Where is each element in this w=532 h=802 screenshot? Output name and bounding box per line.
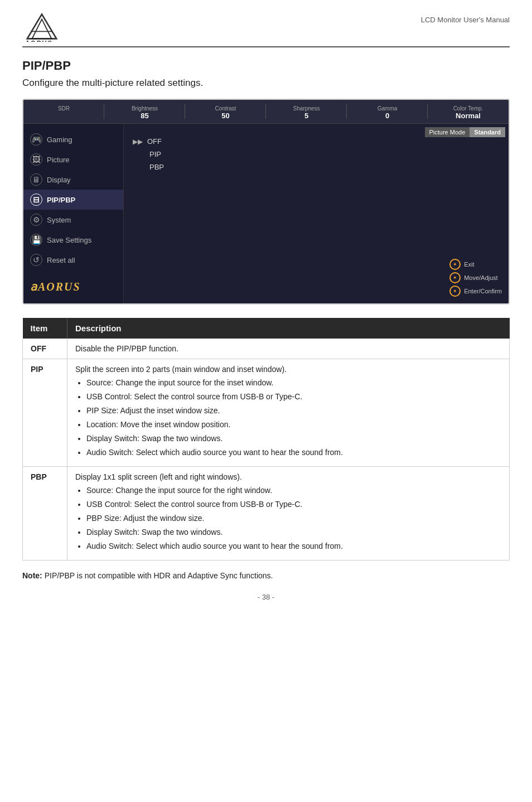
pbp-bullet-5: Audio Switch: Select which audio source …	[86, 540, 501, 552]
pip-bullet-4: Location: Move the inset window position…	[86, 419, 501, 431]
svg-text:AORUS: AORUS	[24, 40, 52, 42]
pip-bullet-5: Display Switch: Swap the two windows.	[86, 433, 501, 445]
aorus-logo-icon: AORUS	[22, 11, 61, 42]
sidebar-item-system[interactable]: ⚙ System	[23, 210, 123, 230]
monitor-content: 🎮 Gaming 🖼 Picture 🖥 Display ⊟ PIP/PBP ⚙…	[23, 124, 509, 303]
page-title: PIP/PBP	[22, 59, 510, 73]
nav-tab-brightness[interactable]: Brightness 85	[104, 100, 185, 123]
menu-option-pbp[interactable]: PBP	[133, 161, 500, 173]
save-icon: 💾	[30, 234, 42, 246]
table-cell-pip-desc: Split the screen into 2 parts (main wind…	[67, 359, 510, 467]
nav-tab-contrast[interactable]: Contrast 50	[185, 100, 266, 123]
description-table: Item Description OFF Disable the PIP/PBP…	[22, 318, 510, 561]
exit-control: ✦ Exit	[449, 259, 502, 270]
display-icon: 🖥	[30, 173, 42, 186]
controls-area: ✦ Exit ✦ Move/Adjust ✦ Enter/Confirm	[449, 259, 502, 297]
table-header-item: Item	[23, 318, 67, 339]
table-cell-pip-item: PIP	[23, 359, 67, 467]
note-text: Note: PIP/PBP is not compatible with HDR…	[22, 569, 510, 582]
pip-bullet-1: Source: Change the input source for the …	[86, 377, 501, 389]
selected-arrow-icon: ▶▶	[133, 138, 143, 146]
menu-option-pip[interactable]: PIP	[133, 148, 500, 161]
pbp-bullet-3: PBP Size: Adjust the window size.	[86, 513, 501, 524]
table-row-pbp: PBP Display 1x1 split screen (left and r…	[23, 467, 510, 561]
page-number: - 38 -	[22, 593, 510, 601]
aorus-brand-logo: 𝖺AORUS	[23, 276, 123, 298]
exit-control-icon: ✦	[449, 259, 461, 270]
pbp-bullet-4: Display Switch: Swap the two windows.	[86, 526, 501, 538]
sidebar: 🎮 Gaming 🖼 Picture 🖥 Display ⊟ PIP/PBP ⚙…	[23, 124, 124, 303]
system-icon: ⚙	[30, 214, 42, 226]
move-adjust-control: ✦ Move/Adjust	[449, 272, 502, 283]
nav-tab-sdr[interactable]: SDR	[23, 100, 104, 123]
table-row-pip: PIP Split the screen into 2 parts (main …	[23, 359, 510, 467]
pip-bullet-6: Audio Switch: Select which audio source …	[86, 447, 501, 458]
page-subtitle: Configure the multi-picture related sett…	[22, 78, 510, 89]
sidebar-item-picture[interactable]: 🖼 Picture	[23, 149, 123, 170]
picture-icon: 🖼	[30, 153, 42, 166]
table-cell-off-desc: Disable the PIP/PBP function.	[67, 339, 510, 359]
sidebar-item-save-settings[interactable]: 💾 Save Settings	[23, 230, 123, 250]
table-header-description: Description	[67, 318, 510, 339]
sidebar-item-pip-pbp[interactable]: ⊟ PIP/PBP	[23, 190, 123, 210]
pip-bullets: Source: Change the input source for the …	[75, 377, 501, 458]
pip-pbp-menu-options: ▶▶ OFF PIP PBP	[133, 135, 500, 173]
table-row-off: OFF Disable the PIP/PBP function.	[23, 339, 510, 359]
table-cell-pbp-desc: Display 1x1 split screen (left and right…	[67, 467, 510, 561]
pip-bullet-3: PIP Size: Adjust the inset window size.	[86, 405, 501, 417]
pbp-bullet-1: Source: Change the input source for the …	[86, 485, 501, 496]
table-cell-pbp-item: PBP	[23, 467, 67, 561]
gaming-icon: 🎮	[30, 133, 42, 146]
move-adjust-control-icon: ✦	[449, 272, 461, 283]
logo-area: AORUS	[22, 11, 61, 42]
main-panel: Picture Mode Standard ▶▶ OFF PIP PBP	[124, 124, 509, 303]
table-cell-off-item: OFF	[23, 339, 67, 359]
pbp-bullets: Source: Change the input source for the …	[75, 485, 501, 552]
reset-icon: ↺	[30, 254, 42, 266]
monitor-ui: SDR Brightness 85 Contrast 50 Sharpness …	[22, 99, 510, 305]
nav-tab-sharpness[interactable]: Sharpness 5	[266, 100, 347, 123]
picture-mode-badge: Picture Mode Standard	[425, 127, 506, 137]
svg-marker-0	[27, 15, 57, 39]
pip-bullet-2: USB Control: Select the control source f…	[86, 391, 501, 403]
top-nav-bar: SDR Brightness 85 Contrast 50 Sharpness …	[23, 100, 509, 124]
header: AORUS LCD Monitor User's Manual	[22, 11, 510, 47]
nav-tab-colortemp[interactable]: Color Temp. Normal	[428, 100, 509, 123]
sidebar-item-display[interactable]: 🖥 Display	[23, 170, 123, 190]
manual-title: LCD Monitor User's Manual	[421, 11, 510, 24]
enter-confirm-control: ✦ Enter/Confirm	[449, 286, 502, 297]
nav-tab-gamma[interactable]: Gamma 0	[347, 100, 428, 123]
enter-confirm-control-icon: ✦	[449, 286, 461, 297]
svg-marker-1	[32, 19, 52, 38]
pbp-bullet-2: USB Control: Select the control source f…	[86, 499, 501, 510]
sidebar-item-gaming[interactable]: 🎮 Gaming	[23, 129, 123, 149]
pip-pbp-icon: ⊟	[30, 194, 42, 206]
sidebar-item-reset-all[interactable]: ↺ Reset all	[23, 250, 123, 270]
